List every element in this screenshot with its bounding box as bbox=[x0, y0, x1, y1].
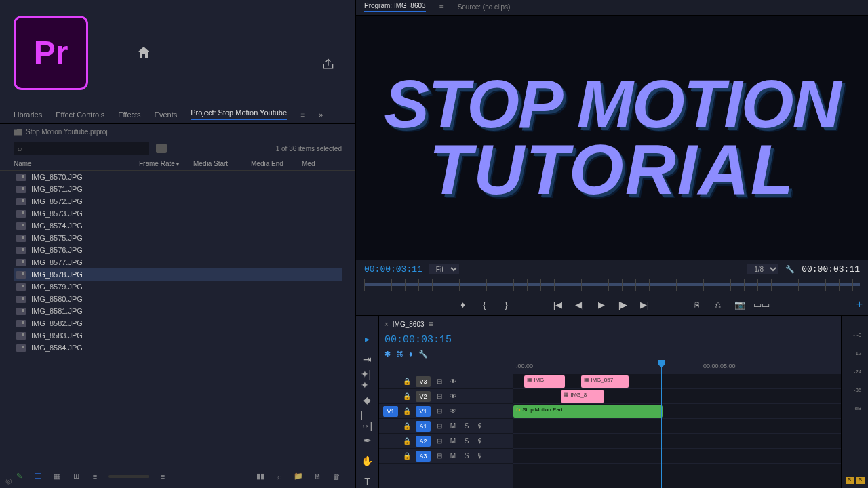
file-row[interactable]: IMG_8577.JPG bbox=[14, 256, 342, 268]
trash-icon[interactable]: 🗑 bbox=[331, 471, 342, 482]
voice-icon[interactable]: 🎙 bbox=[475, 452, 485, 460]
program-monitor[interactable]: STOP MOTION TUTORIAL bbox=[356, 16, 868, 260]
col-med[interactable]: Med bbox=[302, 160, 329, 167]
file-row[interactable]: IMG_8581.JPG bbox=[14, 305, 342, 317]
sequence-tab[interactable]: IMG_8603 bbox=[393, 321, 425, 328]
freeform-view-icon[interactable]: ⊞ bbox=[71, 471, 81, 482]
file-row[interactable]: IMG_8578.JPG bbox=[14, 268, 342, 281]
track-target[interactable]: V1 bbox=[416, 406, 431, 417]
file-row[interactable]: IMG_8583.JPG bbox=[14, 329, 342, 342]
output-icon[interactable]: ⊟ bbox=[435, 392, 444, 400]
add-marker-icon[interactable]: ♦ bbox=[457, 298, 469, 310]
voice-icon[interactable]: 🎙 bbox=[475, 422, 485, 430]
new-bin-icon[interactable]: 📁 bbox=[293, 471, 304, 482]
lock-icon[interactable]: 🔒 bbox=[402, 378, 412, 385]
extract-icon[interactable]: ⎌ bbox=[712, 298, 724, 310]
program-ruler[interactable] bbox=[364, 279, 860, 291]
timeline-clip[interactable]: ▦ IMG bbox=[524, 375, 565, 388]
timeline-clip[interactable]: fxStop Motion Part bbox=[513, 405, 663, 418]
output-icon[interactable]: ⊟ bbox=[435, 437, 444, 445]
linked-selection-icon[interactable]: ⌘ bbox=[396, 350, 403, 359]
comparison-icon[interactable]: ▭▭ bbox=[755, 298, 768, 310]
sort-dir-icon[interactable]: ≡ bbox=[157, 471, 168, 482]
hand-tool-icon[interactable]: ✋ bbox=[361, 454, 374, 468]
resolution-select[interactable]: 1/8 bbox=[747, 264, 778, 274]
output-icon[interactable]: ⊟ bbox=[435, 378, 444, 385]
search-input[interactable] bbox=[14, 142, 149, 155]
list-view-icon[interactable]: ☰ bbox=[33, 471, 43, 482]
step-forward-icon[interactable]: |▶ bbox=[617, 298, 629, 310]
tab-events[interactable]: Events bbox=[155, 110, 178, 119]
find-icon[interactable]: ⌕ bbox=[274, 471, 285, 482]
sort-icon[interactable]: ≡ bbox=[90, 471, 100, 482]
timeline-clip[interactable]: ▦ IMG_8 bbox=[561, 390, 604, 403]
file-row[interactable]: IMG_8574.JPG bbox=[14, 220, 342, 232]
zoom-select[interactable]: Fit bbox=[429, 264, 459, 274]
track-target[interactable]: A1 bbox=[416, 421, 431, 432]
pen-icon[interactable]: ✎ bbox=[14, 471, 24, 482]
playhead[interactable] bbox=[661, 361, 662, 488]
file-row[interactable]: IMG_8576.JPG bbox=[14, 244, 342, 256]
lock-icon[interactable]: 🔒 bbox=[402, 452, 412, 460]
home-icon[interactable] bbox=[136, 45, 152, 61]
razor-tool-icon[interactable]: ◆ bbox=[361, 393, 374, 407]
mark-in-icon[interactable]: { bbox=[479, 298, 491, 310]
go-to-in-icon[interactable]: |◀ bbox=[552, 298, 564, 310]
file-row[interactable]: IMG_8580.JPG bbox=[14, 293, 342, 305]
tab-effect-controls[interactable]: Effect Controls bbox=[56, 110, 104, 119]
close-sequence-icon[interactable]: × bbox=[384, 321, 389, 328]
lock-icon[interactable]: 🔒 bbox=[402, 407, 412, 415]
solo-icon[interactable]: S bbox=[462, 452, 471, 460]
go-to-out-icon[interactable]: ▶| bbox=[639, 298, 651, 310]
col-name[interactable]: Name bbox=[14, 160, 139, 167]
slip-tool-icon[interactable]: |↔| bbox=[361, 413, 374, 427]
source-tab[interactable]: Source: (no clips) bbox=[458, 3, 511, 11]
source-patch[interactable]: V1 bbox=[383, 406, 398, 417]
marker-icon[interactable]: ♦ bbox=[409, 350, 413, 358]
voice-icon[interactable]: 🎙 bbox=[475, 437, 485, 445]
output-icon[interactable]: ⊟ bbox=[435, 452, 444, 460]
program-menu-icon[interactable]: ≡ bbox=[439, 3, 444, 12]
lock-icon[interactable]: 🔒 bbox=[402, 422, 412, 430]
track-select-icon[interactable]: ⇥ bbox=[361, 352, 374, 366]
track-target[interactable]: V2 bbox=[416, 391, 431, 402]
thumbnail-slider[interactable] bbox=[108, 475, 149, 478]
mute-icon[interactable]: M bbox=[448, 452, 458, 460]
new-item-icon[interactable]: 🗎 bbox=[312, 471, 323, 482]
timeline-timecode[interactable]: 00:00:03:15 bbox=[384, 334, 452, 346]
share-icon[interactable] bbox=[321, 58, 335, 73]
track-clips-area[interactable]: :00:0000:00:05:00▦ IMG▦ IMG_857▦ IMG_8fx… bbox=[513, 361, 841, 488]
file-row[interactable]: IMG_8573.JPG bbox=[14, 207, 342, 220]
track-target[interactable]: A3 bbox=[416, 451, 431, 462]
eye-icon[interactable]: 👁 bbox=[448, 378, 458, 385]
col-media-end[interactable]: Media End bbox=[251, 160, 302, 167]
ripple-edit-icon[interactable]: ✦|✦ bbox=[361, 373, 374, 386]
file-row[interactable]: IMG_8575.JPG bbox=[14, 232, 342, 244]
settings-icon[interactable]: 🔧 bbox=[418, 350, 428, 359]
file-row[interactable]: IMG_8572.JPG bbox=[14, 195, 342, 207]
timeline-clip[interactable]: ▦ IMG_857 bbox=[581, 375, 629, 388]
tab-overflow[interactable]: » bbox=[319, 110, 323, 119]
program-tab[interactable]: Program: IMG_8603 bbox=[364, 2, 426, 12]
lock-icon[interactable]: 🔒 bbox=[402, 437, 412, 445]
selection-tool-icon[interactable]: ▸ bbox=[361, 332, 374, 346]
lift-icon[interactable]: ⎘ bbox=[690, 298, 703, 310]
lock-icon[interactable]: 🔒 bbox=[402, 392, 412, 400]
settings-icon[interactable]: 🔧 bbox=[785, 265, 795, 274]
type-tool-icon[interactable]: T bbox=[361, 474, 374, 488]
solo-icon[interactable]: S bbox=[462, 422, 471, 430]
export-frame-icon[interactable]: 📷 bbox=[734, 298, 746, 310]
file-row[interactable]: IMG_8584.JPG bbox=[14, 342, 342, 354]
program-timecode-left[interactable]: 00:00:03:11 bbox=[364, 264, 422, 274]
mark-out-icon[interactable]: } bbox=[500, 298, 513, 310]
solo-icon[interactable]: S bbox=[462, 437, 471, 445]
eye-icon[interactable]: 👁 bbox=[448, 392, 458, 400]
step-back-icon[interactable]: ◀| bbox=[574, 298, 586, 310]
solo-left[interactable]: S bbox=[846, 477, 854, 484]
col-media-start[interactable]: Media Start bbox=[193, 160, 251, 167]
file-row[interactable]: IMG_8579.JPG bbox=[14, 281, 342, 293]
play-icon[interactable]: ▶ bbox=[595, 298, 608, 310]
button-editor-icon[interactable]: + bbox=[856, 298, 863, 310]
track-target[interactable]: A2 bbox=[416, 436, 431, 447]
snap-icon[interactable]: ✱ bbox=[384, 350, 391, 359]
